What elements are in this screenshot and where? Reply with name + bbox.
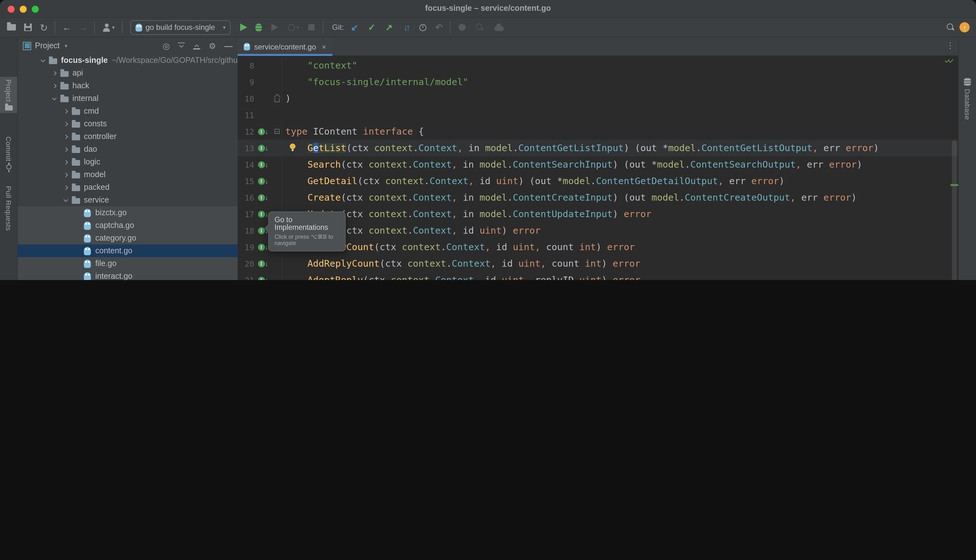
chevron-closed-icon[interactable] [60,135,71,138]
code-token: e [313,143,318,153]
run-button[interactable] [237,18,249,37]
open-icon [7,24,16,30]
update-project-button[interactable]: ↙ [349,18,360,37]
code-line-12[interactable]: 12I↓type IContent interface { [237,123,958,140]
implemented-marker-icon[interactable]: I↓ [258,277,269,280]
code-line-20[interactable]: 20I↓ AddReplyCount(ctx context.Context, … [237,255,958,272]
profile-button[interactable]: ▾ [100,18,117,37]
code-line-14[interactable]: 14I↓ Search(ctx context.Context, in mode… [237,156,958,173]
chevron-closed-icon[interactable] [60,186,71,189]
tool-stripe-database[interactable]: Database [959,75,976,122]
chevron-open-icon[interactable] [37,59,48,61]
hide-panel-icon[interactable]: — [224,42,232,50]
tree-row-category-go[interactable]: category.go [18,232,237,245]
chevron-closed-icon[interactable] [60,110,71,113]
stop-button[interactable] [306,18,316,37]
commit-button[interactable]: ✓ [366,18,378,37]
merge-button[interactable]: ↓↑ [400,18,413,37]
tree-row-bizctx-go[interactable]: bizctx.go [18,207,237,219]
inspections-ok-icon[interactable] [945,58,956,65]
tree-row-content-go[interactable]: content.go [18,245,237,257]
tree-row-controller[interactable]: controller [18,130,237,143]
implemented-marker-icon[interactable]: I↓ [258,260,269,267]
intention-lightbulb-icon[interactable] [290,143,296,149]
tree-row-service[interactable]: service [18,193,237,207]
title-bar[interactable]: focus-single – service/content.go [0,0,976,18]
tree-row-packed[interactable]: packed [18,181,237,193]
implemented-marker-icon[interactable]: I↓ [258,128,269,135]
tab-service-content-go[interactable]: service/content.go × [237,37,333,56]
implemented-marker-icon[interactable]: I↓ [258,177,269,185]
code-line-16[interactable]: 16I↓ Create(ctx context.Context, in mode… [237,189,958,206]
tool-stripe-pull-requests[interactable]: Pull Requests [0,183,17,237]
tree-row-captcha-go[interactable]: captcha.go [18,219,237,232]
profiler-button[interactable]: ▾ [285,18,302,37]
code-token: ContentCreateOutput [685,192,790,203]
chevron-down-icon[interactable]: ▾ [65,43,67,48]
code-area[interactable]: 8 "context"9 "focus-single/internal/mode… [237,56,958,280]
code-line-17[interactable]: 17I↓ Update(ctx context.Context, in mode… [237,206,958,222]
update-available-button[interactable]: ↑ [958,18,971,37]
chevron-closed-icon[interactable] [48,84,60,87]
code-line-15[interactable]: 15I↓ GetDetail(ctx context.Context, id u… [237,173,958,189]
tree-row-logic[interactable]: logic [18,155,237,168]
tree-row-model[interactable]: model [18,168,237,181]
fold-start-icon[interactable] [274,129,279,134]
push-button[interactable]: ↗ [383,18,394,37]
implemented-marker-icon[interactable]: I↓ [258,145,269,152]
tree-row-file-go[interactable]: file.go [18,257,237,270]
run-configuration-select[interactable]: go build focus-single ▾ [130,20,231,35]
close-tab-icon[interactable]: × [322,42,326,51]
sync-button[interactable]: ↻ [37,18,50,37]
code-line-9[interactable]: 9 "focus-single/internal/model" [237,73,958,90]
code-line-19[interactable]: 19I↓ AddViewCount(ctx context.Context, i… [237,239,958,255]
chevron-closed-icon[interactable] [48,72,60,75]
package-button[interactable] [456,18,468,37]
save-button[interactable] [22,18,34,37]
tree-row-interact-go[interactable]: interact.go [18,270,237,280]
search-structurally-button[interactable] [474,18,485,37]
forward-button[interactable]: → [77,18,90,37]
tree-row-dao[interactable]: dao [18,143,237,155]
settings-gear-icon[interactable]: ⚙ [209,42,216,50]
chevron-closed-icon[interactable] [60,122,71,125]
code-line-11[interactable]: 11 [237,107,958,123]
search-everywhere-button[interactable] [945,18,956,37]
open-button[interactable] [5,18,18,37]
code-line-10[interactable]: 10) [237,90,958,107]
code-line-13[interactable]: 13I↓ GetList(ctx context.Context, in mod… [237,140,958,156]
code-line-21[interactable]: 21I↓ AdoptReply(ctx context.Context, id … [237,272,958,280]
implemented-marker-icon[interactable]: I↓ [258,243,269,250]
implemented-marker-icon[interactable]: I↓ [258,194,269,201]
coverage-button[interactable] [269,18,279,37]
tree-row-focus-single[interactable]: focus-single~/Workspace/Go/GOPATH/src/gi… [18,54,237,67]
implemented-marker-icon[interactable]: I↓ [258,210,269,217]
tree-row-internal[interactable]: internal [18,92,237,105]
code-token: ContentSearchOutput [690,159,796,170]
chevron-closed-icon[interactable] [60,173,71,176]
collapse-all-icon[interactable] [194,42,201,49]
debug-button[interactable] [254,18,264,37]
tool-stripe-project[interactable]: Project [0,77,17,113]
tree-row-cmd[interactable]: cmd [18,105,237,117]
locate-icon[interactable]: ◎ [163,42,170,50]
cloud-button[interactable] [493,18,505,37]
back-button[interactable]: ← [60,18,73,37]
history-button[interactable] [417,18,428,37]
editor-scrollbar[interactable] [952,140,957,280]
chevron-closed-icon[interactable] [60,160,71,163]
tool-stripe-commit[interactable]: Commit [0,134,17,172]
chevron-open-icon[interactable] [60,199,71,201]
code-line-8[interactable]: 8 "context" [237,57,958,73]
tree-row-consts[interactable]: consts [18,117,237,130]
tree-row-hack[interactable]: hack [18,79,237,92]
chevron-closed-icon[interactable] [60,148,71,151]
tree-row-api[interactable]: api [18,67,237,79]
chevron-open-icon[interactable] [48,97,60,99]
tab-options-icon[interactable]: ⋮ [946,41,954,50]
rollback-button[interactable]: ↶ [433,18,445,37]
expand-all-icon[interactable] [178,42,185,49]
code-line-18[interactable]: 18I↓ Delete(ctx context.Context, id uint… [237,222,958,239]
implemented-marker-icon[interactable]: I↓ [258,161,269,168]
fold-end-icon[interactable] [274,97,279,102]
